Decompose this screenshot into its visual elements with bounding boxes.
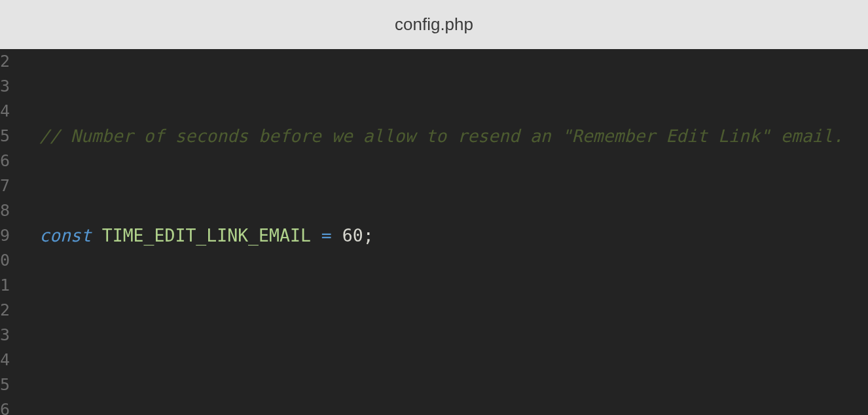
line-number-gutter: 2 3 4 5 6 7 8 9 0 1 2 3 4 5 6: [0, 49, 9, 415]
titlebar: config.php: [0, 0, 868, 49]
code-line[interactable]: [9, 323, 868, 348]
line-number: 2: [0, 49, 9, 74]
line-number: 0: [0, 248, 9, 273]
line-number: 4: [0, 348, 9, 372]
punct-token: ;: [363, 225, 374, 245]
number-token: 60: [342, 225, 363, 245]
line-number: 6: [0, 149, 9, 173]
comment-token: // Number of seconds before we allow to …: [39, 126, 844, 146]
window-title: config.php: [395, 14, 473, 35]
code-line[interactable]: const TIME_EDIT_LINK_EMAIL = 60;: [9, 223, 868, 248]
line-number: 5: [0, 124, 9, 149]
line-number: 8: [0, 198, 9, 223]
line-number: 6: [0, 397, 9, 415]
line-number: 1: [0, 273, 9, 298]
line-number: 5: [0, 372, 9, 397]
keyword-token: const: [39, 225, 92, 245]
line-number: 7: [0, 173, 9, 198]
line-number: 3: [0, 74, 9, 99]
code-editor[interactable]: 2 3 4 5 6 7 8 9 0 1 2 3 4 5 6 // Number …: [0, 49, 868, 415]
line-number: 4: [0, 99, 9, 124]
code-line[interactable]: // Number of seconds before we allow to …: [9, 124, 868, 149]
line-number: 3: [0, 323, 9, 348]
line-number: 9: [0, 223, 9, 248]
operator-token: =: [311, 225, 342, 245]
code-area[interactable]: // Number of seconds before we allow to …: [9, 49, 868, 415]
line-number: 2: [0, 298, 9, 323]
constant-name-token: TIME_EDIT_LINK_EMAIL: [102, 225, 311, 245]
